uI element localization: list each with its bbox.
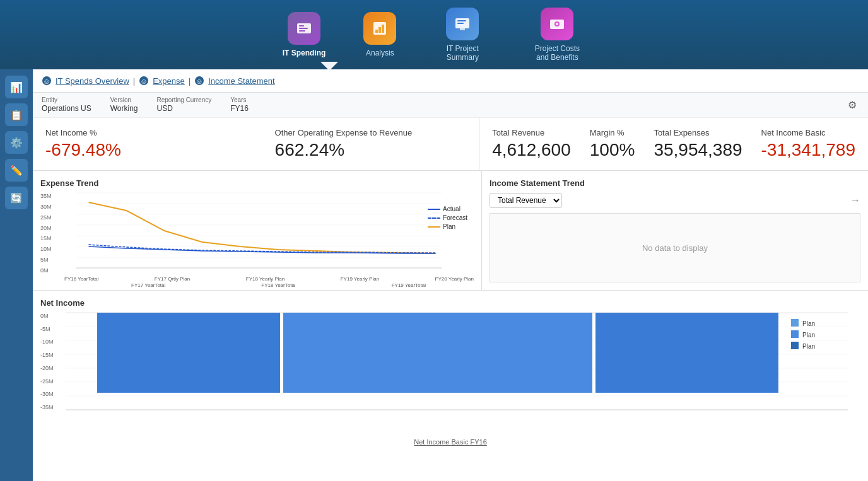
breadcrumb-icon-2: ◎	[139, 76, 149, 86]
legend-actual-line	[428, 209, 440, 210]
sidebar: 📊 📋 ⚙️ ✏️ 🔄	[0, 69, 33, 481]
filters-row: Entity Operations US Version Working Rep…	[33, 93, 868, 118]
filter-entity-value: Operations US	[42, 104, 91, 113]
kpi-total-expenses-label: Total Expenses	[654, 128, 742, 137]
income-trend-arrow-button[interactable]: →	[850, 195, 860, 206]
svg-text:Plan: Plan	[802, 343, 815, 350]
svg-rect-41	[791, 342, 799, 349]
filter-version: Version Working	[110, 96, 138, 113]
expense-legend: Actual Forecast Plan	[428, 206, 467, 230]
kpi-right-panel: Total Revenue 4,612,600 Margin % 100% To…	[479, 118, 868, 170]
svg-rect-2	[299, 28, 308, 29]
nav-item-it-project-summary[interactable]: IT Project Summary	[434, 8, 491, 62]
kpi-net-income-percent: Net Income % -679.48%	[45, 128, 237, 160]
sidebar-icon-edit[interactable]: ✏️	[5, 159, 28, 182]
svg-rect-1	[299, 25, 304, 26]
svg-rect-7	[382, 25, 384, 33]
nav-item-it-spending[interactable]: IT Spending	[283, 12, 326, 57]
ni-bar-2	[283, 313, 592, 393]
svg-rect-6	[378, 27, 381, 33]
active-indicator	[320, 62, 338, 71]
kpi-total-expenses-value: 35,954,389	[654, 140, 742, 160]
income-statement-trend-panel: Income Statement Trend Total Revenue → N…	[482, 171, 868, 290]
svg-text:Plan: Plan	[802, 332, 815, 339]
breadcrumb-icon-1: ◎	[42, 76, 52, 86]
svg-rect-39	[791, 330, 799, 338]
net-income-title: Net Income	[40, 298, 860, 308]
filter-currency-value: USD	[157, 104, 212, 113]
expense-x-labels: FY16 YearTotal FY17 Qrtly Plan FY18 Year…	[64, 276, 474, 282]
kpi-net-income-basic-value: -31,341,789	[761, 140, 855, 160]
kpi-other-op-expense-value: 662.24%	[275, 140, 467, 160]
nav-label-project-costs: Project Costs and Benefits	[529, 44, 585, 62]
nav-item-analysis[interactable]: Analysis	[363, 12, 396, 57]
legend-plan-line	[428, 226, 440, 228]
kpi-total-revenue-label: Total Revenue	[492, 128, 571, 137]
svg-rect-9	[460, 28, 465, 30]
filter-entity-label: Entity	[42, 96, 91, 103]
sidebar-icon-sync[interactable]: 🔄	[5, 187, 28, 209]
net-income-footer: Net Income Basic FY16	[40, 438, 860, 446]
svg-text:◎: ◎	[44, 78, 49, 84]
breadcrumb-item-2[interactable]: Expense	[153, 76, 185, 86]
kpi-margin-percent: Margin % 100%	[590, 128, 635, 160]
filter-years: Years FY16	[230, 96, 249, 113]
income-trend-dropdown[interactable]: Total Revenue	[490, 193, 562, 208]
legend-actual: Actual	[428, 206, 467, 212]
legend-forecast-line	[428, 217, 440, 219]
kpi-section: Net Income % -679.48% Other Operating Ex…	[33, 118, 868, 171]
breadcrumb-sep-2: |	[189, 76, 191, 86]
expense-trend-chart: 35M 30M 25M 20M 15M 10M 5M 0M	[40, 193, 474, 275]
breadcrumb-icon-3: ◎	[194, 76, 204, 86]
kpi-net-income-percent-label: Net Income %	[45, 128, 237, 137]
breadcrumb-item-3[interactable]: Income Statement	[208, 76, 275, 86]
net-income-chart: 0M -5M -10M -15M -20M -25M -30M -35M	[40, 313, 860, 423]
kpi-other-op-expense: Other Operating Expense to Revenue 662.2…	[275, 128, 467, 160]
sidebar-icon-chart[interactable]: 📊	[5, 76, 28, 98]
no-data-text: No data to display	[642, 243, 708, 253]
expense-trend-panel: Expense Trend 35M 30M 25M 20M 15M 10M 5M…	[33, 171, 482, 290]
svg-rect-5	[375, 30, 378, 33]
filter-version-label: Version	[110, 96, 138, 103]
legend-plan: Plan	[428, 223, 467, 230]
svg-text:Plan: Plan	[802, 320, 815, 327]
svg-text:◎: ◎	[141, 78, 146, 84]
kpi-margin-label: Margin %	[590, 128, 635, 137]
sidebar-icon-table[interactable]: 📋	[5, 103, 28, 126]
svg-rect-37	[791, 319, 799, 327]
kpi-total-revenue: Total Revenue 4,612,600	[492, 128, 571, 160]
svg-rect-3	[299, 30, 305, 32]
svg-text:◎: ◎	[197, 78, 202, 84]
legend-forecast: Forecast	[428, 214, 467, 221]
breadcrumb-item-1[interactable]: IT Spends Overview	[56, 76, 129, 86]
kpi-margin-value: 100%	[590, 140, 635, 160]
income-trend-title: Income Statement Trend	[490, 178, 860, 188]
nav-icon-it-project	[446, 8, 479, 40]
filter-version-value: Working	[110, 104, 138, 113]
nav-label-it-project-summary: IT Project Summary	[434, 44, 491, 62]
net-income-svg: Plan Plan Plan	[66, 313, 848, 410]
ni-bar-1	[97, 313, 280, 393]
breadcrumb-sep-1: |	[133, 76, 135, 86]
filter-years-value: FY16	[230, 104, 249, 113]
sidebar-icon-settings[interactable]: ⚙️	[5, 131, 28, 154]
ni-bar-3	[595, 313, 778, 393]
kpi-other-op-expense-label: Other Operating Expense to Revenue	[275, 128, 467, 137]
kpi-left-panel: Net Income % -679.48% Other Operating Ex…	[33, 118, 479, 170]
filter-currency: Reporting Currency USD	[157, 96, 212, 113]
net-income-y-labels: 0M -5M -10M -15M -20M -25M -30M -35M	[40, 313, 54, 410]
nav-label-analysis: Analysis	[366, 49, 394, 57]
settings-button[interactable]: ⚙	[845, 96, 859, 113]
kpi-net-income-basic-label: Net Income Basic	[761, 128, 855, 137]
expense-trend-title: Expense Trend	[40, 178, 474, 188]
net-income-section: Net Income 0M -5M -10M -15M -20M -25M -3…	[33, 291, 868, 453]
nav-item-project-costs[interactable]: Project Costs and Benefits	[529, 8, 585, 62]
income-trend-no-data: No data to display	[490, 213, 860, 282]
expense-trend-svg	[44, 193, 474, 269]
filter-entity: Entity Operations US	[42, 96, 91, 113]
charts-row: Expense Trend 35M 30M 25M 20M 15M 10M 5M…	[33, 171, 868, 291]
kpi-net-income-percent-value: -679.48%	[45, 140, 237, 160]
kpi-total-expenses: Total Expenses 35,954,389	[654, 128, 742, 160]
nav-icon-analysis	[363, 12, 396, 45]
nav-icon-project-costs	[541, 8, 573, 40]
